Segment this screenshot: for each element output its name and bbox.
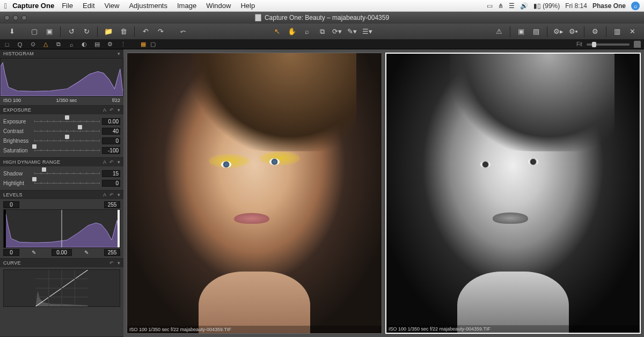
histogram-shutter: 1/350 sec (56, 98, 77, 103)
trash-button[interactable]: 🗑 (117, 26, 130, 38)
white-picker-icon[interactable]: ✎ (84, 250, 92, 255)
tab-crop-icon[interactable]: ⧉ (55, 41, 62, 48)
panel-menu-icon[interactable]: ▾ (118, 159, 120, 165)
rotate-left-button[interactable]: ↺ (65, 26, 78, 38)
zoom-fit-label[interactable]: Fit (576, 41, 582, 47)
panel-menu-icon[interactable]: ▾ (118, 260, 120, 266)
menubar-clock[interactable]: Fri 8:14 (565, 2, 587, 10)
tab-library-icon[interactable]: □ (3, 41, 11, 48)
exposure-title: EXPOSURE (3, 107, 31, 113)
curve-graph[interactable] (3, 269, 120, 307)
image-left-meta: ISO 100 1/350 sec f/22 majabeauty-004359… (127, 326, 382, 333)
window-zoom-button[interactable] (21, 15, 27, 20)
window-minimize-button[interactable] (13, 15, 18, 20)
panel-menu-icon[interactable]: ▾ (118, 51, 120, 56)
tab-metadata-icon[interactable]: ▤ (93, 41, 101, 48)
wifi-icon[interactable]: ☰ (509, 2, 515, 10)
tab-batch-icon[interactable]: ⋮ (119, 41, 127, 48)
menu-image[interactable]: Image (177, 2, 196, 10)
menu-edit[interactable]: Edit (83, 2, 94, 10)
apple-menu-icon[interactable]:  (4, 2, 7, 10)
exposure-slider[interactable] (34, 118, 100, 125)
process-button[interactable]: ⚙▸ (552, 26, 565, 38)
bluetooth-icon[interactable]: ⋔ (498, 2, 503, 10)
hdr-value[interactable]: 0 (102, 180, 120, 187)
exposure-slider[interactable] (34, 146, 100, 154)
menu-file[interactable]: File (62, 2, 73, 10)
redo-button[interactable]: ↷ (154, 26, 167, 38)
capture-button[interactable]: ▢ (28, 26, 41, 38)
panel-menu-icon[interactable]: ▾ (118, 192, 120, 197)
histogram-iso: ISO 100 (3, 98, 21, 103)
menu-help[interactable]: Help (240, 2, 255, 10)
exposure-value[interactable]: 0.00 (102, 118, 120, 125)
levels-output-black[interactable]: 0 (3, 249, 19, 256)
tab-details-icon[interactable]: ⌕ (68, 41, 75, 48)
straighten-tool[interactable]: ⟳▾ (331, 26, 343, 38)
tab-exposure-icon[interactable]: △ (42, 41, 49, 48)
spotlight-icon[interactable]: ⌕ (631, 2, 640, 10)
hdr-slider[interactable] (34, 170, 100, 177)
rotate-right-button[interactable]: ↻ (80, 26, 93, 38)
app-name[interactable]: Capture One (12, 2, 54, 10)
menu-view[interactable]: View (105, 2, 120, 10)
levels-gamma[interactable]: 0.00 (52, 249, 72, 256)
menu-window[interactable]: Window (206, 2, 231, 10)
tab-capture-icon[interactable]: Q (16, 41, 24, 48)
display-icon[interactable]: ▭ (487, 2, 493, 10)
panel-menu-icon[interactable]: ▾ (118, 107, 120, 113)
hdr-value[interactable]: 15 (102, 170, 120, 177)
menu-adjustments[interactable]: Adjustments (129, 2, 167, 10)
levels-output-white[interactable]: 255 (104, 249, 120, 256)
auto-icon[interactable]: A (103, 107, 106, 113)
exposure-slider[interactable] (34, 137, 100, 144)
exposure-slider[interactable] (34, 127, 100, 135)
tab-adjust-icon[interactable]: ◐ (80, 41, 88, 48)
image-color-preview[interactable]: ISO 100 1/350 sec f/22 majabeauty-004359… (127, 53, 382, 334)
image-bw-preview[interactable]: ISO 100 1/350 sec f/22 majabeauty-004359… (385, 53, 641, 334)
preferences-button[interactable]: ⚙ (589, 26, 602, 38)
levels-graph[interactable] (3, 209, 120, 248)
window-close-button[interactable] (4, 15, 10, 20)
levels-input-black[interactable]: 0 (3, 201, 19, 208)
spot-tool[interactable]: ✎▾ (346, 26, 358, 38)
apply-adjust-button[interactable]: ▨ (530, 26, 543, 38)
hdr-slider[interactable] (34, 179, 100, 187)
exposure-row: Contrast40 (3, 126, 120, 136)
folder-button[interactable]: 📁 (102, 26, 115, 38)
reset-button[interactable]: ⤺ (177, 26, 189, 38)
auto-icon[interactable]: A (103, 159, 106, 165)
crop-tool[interactable]: ⧉ (316, 26, 328, 38)
pan-tool[interactable]: ✋ (286, 26, 298, 38)
view-single-icon[interactable]: ▢ (149, 41, 157, 48)
black-picker-icon[interactable]: ✎ (32, 250, 39, 255)
tab-color-icon[interactable]: ⊙ (29, 41, 36, 48)
cursor-tool[interactable]: ↖ (270, 26, 283, 38)
tether-button[interactable]: ▣ (43, 26, 56, 38)
adjust-tool[interactable]: ☰▾ (361, 26, 374, 38)
volume-icon[interactable]: 🔊 (520, 2, 528, 10)
undo-button[interactable]: ↶ (139, 26, 152, 38)
reset-icon[interactable]: ↶ (109, 159, 114, 165)
battery-status[interactable]: ▮▯(99%) (533, 2, 560, 10)
batch-button[interactable]: ⚙▪ (567, 26, 580, 38)
exposure-value[interactable]: 40 (102, 128, 120, 135)
reset-icon[interactable]: ↶ (109, 260, 114, 266)
tab-output-icon[interactable]: ⚙ (106, 41, 114, 48)
reset-icon[interactable]: ↶ (109, 107, 114, 113)
zoom-slider[interactable] (587, 43, 630, 46)
user-icon[interactable] (634, 41, 641, 48)
reset-icon[interactable]: ↶ (109, 192, 114, 197)
zoom-tool[interactable]: ⌕ (301, 26, 313, 38)
auto-icon[interactable]: A (103, 192, 106, 197)
workspace-button[interactable]: ▥ (611, 26, 624, 38)
view-grid-icon[interactable]: ▦ (140, 41, 147, 48)
levels-input-white[interactable]: 255 (104, 201, 120, 208)
import-button[interactable]: ⬇ (5, 26, 18, 38)
tools-button[interactable]: ✕ (626, 26, 639, 38)
copy-adjust-button[interactable]: ▣ (515, 26, 528, 38)
exposure-value[interactable]: 0 (102, 137, 120, 144)
menubar-brand[interactable]: Phase One (592, 2, 626, 10)
exposure-value[interactable]: -100 (102, 147, 120, 154)
warning-icon[interactable]: ⚠ (493, 26, 506, 38)
